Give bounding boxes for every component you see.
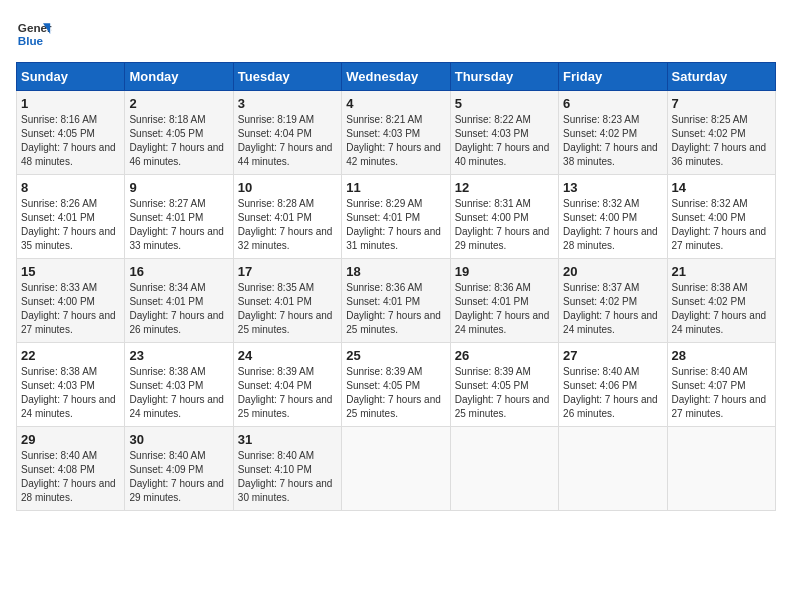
day-number: 6 [563,96,662,111]
sunrise-text: Sunrise: 8:29 AM [346,197,445,211]
calendar-cell: 1 Sunrise: 8:16 AM Sunset: 4:05 PM Dayli… [17,91,125,175]
daylight-text: Daylight: 7 hours and 31 minutes. [346,225,445,253]
day-header-tuesday: Tuesday [233,63,341,91]
sunset-text: Sunset: 4:05 PM [21,127,120,141]
calendar-cell: 3 Sunrise: 8:19 AM Sunset: 4:04 PM Dayli… [233,91,341,175]
daylight-text: Daylight: 7 hours and 25 minutes. [346,309,445,337]
day-number: 27 [563,348,662,363]
sunrise-text: Sunrise: 8:21 AM [346,113,445,127]
sunset-text: Sunset: 4:03 PM [129,379,228,393]
day-header-wednesday: Wednesday [342,63,450,91]
calendar-cell: 21 Sunrise: 8:38 AM Sunset: 4:02 PM Dayl… [667,259,775,343]
sunset-text: Sunset: 4:01 PM [238,211,337,225]
calendar-cell: 20 Sunrise: 8:37 AM Sunset: 4:02 PM Dayl… [559,259,667,343]
day-info: Sunrise: 8:35 AM Sunset: 4:01 PM Dayligh… [238,281,337,337]
sunrise-text: Sunrise: 8:33 AM [21,281,120,295]
daylight-text: Daylight: 7 hours and 46 minutes. [129,141,228,169]
calendar-cell: 8 Sunrise: 8:26 AM Sunset: 4:01 PM Dayli… [17,175,125,259]
sunrise-text: Sunrise: 8:28 AM [238,197,337,211]
day-info: Sunrise: 8:40 AM Sunset: 4:06 PM Dayligh… [563,365,662,421]
daylight-text: Daylight: 7 hours and 25 minutes. [455,393,554,421]
sunrise-text: Sunrise: 8:36 AM [346,281,445,295]
daylight-text: Daylight: 7 hours and 38 minutes. [563,141,662,169]
sunrise-text: Sunrise: 8:40 AM [238,449,337,463]
days-header-row: SundayMondayTuesdayWednesdayThursdayFrid… [17,63,776,91]
day-number: 5 [455,96,554,111]
calendar-body: 1 Sunrise: 8:16 AM Sunset: 4:05 PM Dayli… [17,91,776,511]
week-row-1: 1 Sunrise: 8:16 AM Sunset: 4:05 PM Dayli… [17,91,776,175]
day-number: 14 [672,180,771,195]
calendar-cell: 5 Sunrise: 8:22 AM Sunset: 4:03 PM Dayli… [450,91,558,175]
daylight-text: Daylight: 7 hours and 40 minutes. [455,141,554,169]
sunset-text: Sunset: 4:00 PM [21,295,120,309]
day-info: Sunrise: 8:39 AM Sunset: 4:05 PM Dayligh… [346,365,445,421]
sunrise-text: Sunrise: 8:16 AM [21,113,120,127]
day-info: Sunrise: 8:40 AM Sunset: 4:09 PM Dayligh… [129,449,228,505]
sunset-text: Sunset: 4:06 PM [563,379,662,393]
day-info: Sunrise: 8:36 AM Sunset: 4:01 PM Dayligh… [346,281,445,337]
day-number: 26 [455,348,554,363]
day-info: Sunrise: 8:38 AM Sunset: 4:03 PM Dayligh… [21,365,120,421]
calendar-cell [667,427,775,511]
calendar-cell: 29 Sunrise: 8:40 AM Sunset: 4:08 PM Dayl… [17,427,125,511]
daylight-text: Daylight: 7 hours and 26 minutes. [563,393,662,421]
day-number: 1 [21,96,120,111]
day-info: Sunrise: 8:32 AM Sunset: 4:00 PM Dayligh… [563,197,662,253]
day-number: 28 [672,348,771,363]
day-number: 9 [129,180,228,195]
day-info: Sunrise: 8:40 AM Sunset: 4:10 PM Dayligh… [238,449,337,505]
day-number: 8 [21,180,120,195]
day-number: 3 [238,96,337,111]
daylight-text: Daylight: 7 hours and 36 minutes. [672,141,771,169]
day-info: Sunrise: 8:32 AM Sunset: 4:00 PM Dayligh… [672,197,771,253]
calendar-cell [342,427,450,511]
page-header: General Blue [16,16,776,52]
sunrise-text: Sunrise: 8:26 AM [21,197,120,211]
day-number: 16 [129,264,228,279]
day-info: Sunrise: 8:25 AM Sunset: 4:02 PM Dayligh… [672,113,771,169]
calendar-cell: 12 Sunrise: 8:31 AM Sunset: 4:00 PM Dayl… [450,175,558,259]
day-header-friday: Friday [559,63,667,91]
sunset-text: Sunset: 4:01 PM [238,295,337,309]
sunset-text: Sunset: 4:01 PM [129,211,228,225]
day-number: 20 [563,264,662,279]
day-info: Sunrise: 8:36 AM Sunset: 4:01 PM Dayligh… [455,281,554,337]
sunset-text: Sunset: 4:01 PM [455,295,554,309]
day-info: Sunrise: 8:16 AM Sunset: 4:05 PM Dayligh… [21,113,120,169]
day-info: Sunrise: 8:21 AM Sunset: 4:03 PM Dayligh… [346,113,445,169]
day-info: Sunrise: 8:22 AM Sunset: 4:03 PM Dayligh… [455,113,554,169]
day-number: 11 [346,180,445,195]
day-header-sunday: Sunday [17,63,125,91]
calendar-cell: 22 Sunrise: 8:38 AM Sunset: 4:03 PM Dayl… [17,343,125,427]
day-number: 30 [129,432,228,447]
sunrise-text: Sunrise: 8:23 AM [563,113,662,127]
daylight-text: Daylight: 7 hours and 42 minutes. [346,141,445,169]
sunrise-text: Sunrise: 8:38 AM [672,281,771,295]
sunrise-text: Sunrise: 8:25 AM [672,113,771,127]
daylight-text: Daylight: 7 hours and 27 minutes. [21,309,120,337]
calendar-cell: 13 Sunrise: 8:32 AM Sunset: 4:00 PM Dayl… [559,175,667,259]
calendar-cell: 23 Sunrise: 8:38 AM Sunset: 4:03 PM Dayl… [125,343,233,427]
calendar-cell: 19 Sunrise: 8:36 AM Sunset: 4:01 PM Dayl… [450,259,558,343]
sunset-text: Sunset: 4:02 PM [563,295,662,309]
day-info: Sunrise: 8:31 AM Sunset: 4:00 PM Dayligh… [455,197,554,253]
calendar-cell: 6 Sunrise: 8:23 AM Sunset: 4:02 PM Dayli… [559,91,667,175]
sunrise-text: Sunrise: 8:35 AM [238,281,337,295]
sunrise-text: Sunrise: 8:40 AM [672,365,771,379]
sunset-text: Sunset: 4:00 PM [455,211,554,225]
sunset-text: Sunset: 4:08 PM [21,463,120,477]
day-number: 4 [346,96,445,111]
sunset-text: Sunset: 4:01 PM [21,211,120,225]
daylight-text: Daylight: 7 hours and 32 minutes. [238,225,337,253]
calendar-cell: 30 Sunrise: 8:40 AM Sunset: 4:09 PM Dayl… [125,427,233,511]
calendar-cell: 31 Sunrise: 8:40 AM Sunset: 4:10 PM Dayl… [233,427,341,511]
calendar-cell: 11 Sunrise: 8:29 AM Sunset: 4:01 PM Dayl… [342,175,450,259]
calendar-cell: 26 Sunrise: 8:39 AM Sunset: 4:05 PM Dayl… [450,343,558,427]
sunrise-text: Sunrise: 8:19 AM [238,113,337,127]
day-info: Sunrise: 8:18 AM Sunset: 4:05 PM Dayligh… [129,113,228,169]
sunrise-text: Sunrise: 8:18 AM [129,113,228,127]
sunrise-text: Sunrise: 8:39 AM [346,365,445,379]
sunset-text: Sunset: 4:05 PM [129,127,228,141]
sunrise-text: Sunrise: 8:38 AM [21,365,120,379]
sunrise-text: Sunrise: 8:40 AM [21,449,120,463]
